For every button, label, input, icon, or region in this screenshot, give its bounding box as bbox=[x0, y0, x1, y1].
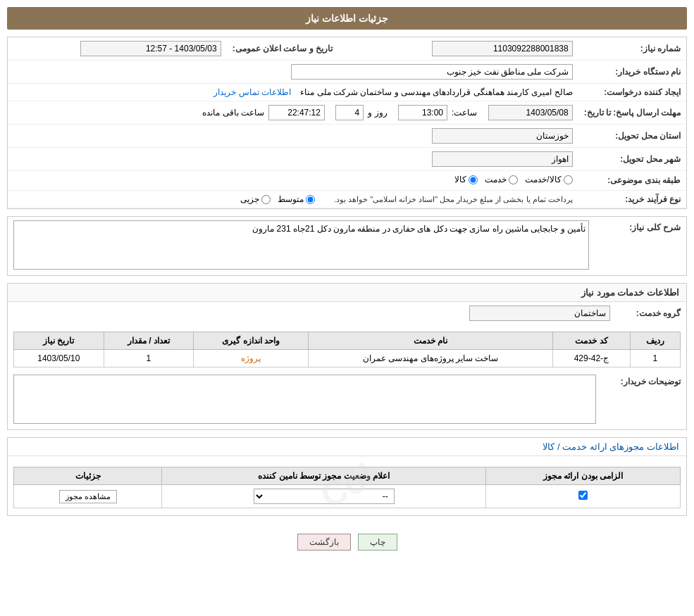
col-header-qty: تعداد / مقدار bbox=[104, 332, 193, 350]
deadline-label: مهلت ارسال پاسخ: تا تاریخ: bbox=[578, 101, 686, 125]
creator-label: ایجاد کننده درخواست: bbox=[578, 84, 686, 101]
cell-date-1: 1403/05/10 bbox=[14, 350, 104, 367]
announce-date-label: تاریخ و ساعت اعلان عمومی: bbox=[227, 37, 338, 61]
cell-code-1: ج-42-429 bbox=[552, 350, 630, 367]
buyer-desc-label: توضیحات خریدار: bbox=[602, 371, 686, 429]
radio-service[interactable] bbox=[509, 175, 518, 184]
license-section: اطلاعات مجوزهای ارائه خدمت / کالا Col ال… bbox=[7, 437, 687, 516]
service-table-container: ردیف کد خدمت نام خدمت واحد اندازه گیری ت… bbox=[8, 325, 686, 371]
radio-medium-label: متوسط bbox=[278, 194, 304, 204]
radio-kala[interactable] bbox=[469, 175, 478, 184]
view-license-button[interactable]: مشاهده مجوز bbox=[59, 490, 117, 503]
buyer-desc-table: توضیحات خریدار: bbox=[8, 371, 686, 429]
purchase-type-options: پرداخت تمام یا بخشی از مبلغ خریدار محل "… bbox=[8, 190, 578, 208]
print-button[interactable]: چاپ bbox=[358, 534, 397, 551]
radio-service-label: خدمت bbox=[485, 175, 507, 184]
org-name-value bbox=[8, 61, 578, 84]
license-data-table: الزامی بودن ارائه مجوز اعلام وضعیت مجوز … bbox=[13, 467, 681, 508]
page-header: جزئیات اطلاعات نیاز bbox=[7, 7, 687, 30]
service-data-table: ردیف کد خدمت نام خدمت واحد اندازه گیری ت… bbox=[13, 332, 681, 367]
radio-partial[interactable] bbox=[261, 195, 271, 204]
license-required-checkbox[interactable] bbox=[578, 491, 588, 500]
license-col-required: الزامی بودن ارائه مجوز bbox=[486, 467, 681, 485]
general-desc-label: شرح کلی نیاز: bbox=[595, 217, 686, 275]
buyer-desc-value bbox=[8, 371, 602, 429]
col-header-name: نام خدمت bbox=[309, 332, 553, 350]
category-radio-kala[interactable]: کالا bbox=[454, 175, 478, 184]
service-group-input[interactable] bbox=[469, 306, 610, 321]
radio-kala-service[interactable] bbox=[564, 175, 573, 184]
deadline-time-label: ساعت: bbox=[452, 108, 477, 118]
unit-link-1[interactable]: پروژه bbox=[241, 353, 261, 363]
purchase-radio-group: پرداخت تمام یا بخشی از مبلغ خریدار محل "… bbox=[240, 194, 572, 204]
deadline-days-input[interactable] bbox=[335, 105, 364, 120]
license-status-select[interactable]: -- bbox=[254, 489, 395, 504]
radio-kala-label: کالا bbox=[454, 175, 466, 184]
category-options: کالا/خدمت خدمت کالا bbox=[8, 171, 578, 191]
page-wrapper: جزئیات اطلاعات نیاز شماره نیاز: تاریخ و … bbox=[0, 0, 694, 616]
city-value bbox=[8, 148, 578, 171]
buyer-desc-textarea[interactable] bbox=[13, 375, 596, 424]
general-desc-section: شرح کلی نیاز: تأمین و جابجایی ماشین راه … bbox=[7, 216, 687, 276]
main-info-section: شماره نیاز: تاریخ و ساعت اعلان عمومی: نا… bbox=[7, 37, 687, 209]
announce-date-input[interactable] bbox=[80, 41, 221, 56]
category-label: طبقه بندی موضوعی: bbox=[578, 171, 686, 191]
needle-number-label: شماره نیاز: bbox=[578, 37, 686, 61]
general-desc-textarea[interactable]: تأمین و جابجایی ماشین راه سازی جهت دکل ه… bbox=[13, 220, 589, 270]
cell-qty-1: 1 bbox=[104, 350, 193, 367]
license-details-cell: مشاهده مجوز bbox=[14, 485, 162, 508]
service-group-value bbox=[8, 302, 616, 325]
radio-partial-label: جزیی bbox=[240, 194, 259, 204]
back-button[interactable]: بازگشت bbox=[297, 534, 351, 551]
license-table-area: Col الزامی بودن ارائه مجوز اعلام وضعیت م… bbox=[8, 456, 686, 515]
purchase-type-label: نوع فرآیند خرید: bbox=[578, 190, 686, 208]
category-radio-group: کالا/خدمت خدمت کالا bbox=[454, 175, 572, 184]
license-row: -- مشاهده مجوز bbox=[14, 485, 681, 508]
radio-kala-service-label: کالا/خدمت bbox=[525, 175, 561, 184]
category-radio-service[interactable]: خدمت bbox=[485, 175, 518, 184]
service-info-section: اطلاعات خدمات مورد نیاز گروه خدمت: ردیف … bbox=[7, 283, 687, 430]
province-label: استان محل تحویل: bbox=[578, 125, 686, 148]
col-header-row: ردیف bbox=[630, 332, 680, 350]
deadline-remain-input[interactable] bbox=[268, 105, 325, 120]
license-col-details: جزئیات bbox=[14, 467, 162, 485]
creator-value: صالح امیری کارمند هماهنگی قراردادهای مهن… bbox=[8, 84, 578, 101]
needle-number-input[interactable] bbox=[432, 41, 573, 56]
service-info-title: اطلاعات خدمات مورد نیاز bbox=[8, 284, 686, 302]
category-radio-kala-service[interactable]: کالا/خدمت bbox=[525, 175, 572, 184]
service-group-table: گروه خدمت: bbox=[8, 302, 686, 325]
cell-row-1: 1 bbox=[630, 350, 680, 367]
org-name-label: نام دستگاه خریدار: bbox=[578, 61, 686, 84]
col-header-unit: واحد اندازه گیری bbox=[194, 332, 309, 350]
deadline-date-input[interactable] bbox=[488, 105, 573, 120]
info-table-header: شماره نیاز: تاریخ و ساعت اعلان عمومی: نا… bbox=[8, 37, 686, 208]
license-required-cell bbox=[486, 485, 681, 508]
col-header-date: تاریخ نیاز bbox=[14, 332, 104, 350]
footer-buttons: چاپ بازگشت bbox=[7, 523, 687, 561]
purchase-radio-medium[interactable]: متوسط bbox=[278, 194, 315, 204]
license-col-status: اعلام وضعیت مجوز توسط نامین کننده bbox=[162, 467, 486, 485]
col-header-code: کد خدمت bbox=[552, 332, 630, 350]
general-desc-table: شرح کلی نیاز: تأمین و جابجایی ماشین راه … bbox=[8, 217, 686, 275]
general-desc-value: تأمین و جابجایی ماشین راه سازی جهت دکل ه… bbox=[8, 217, 595, 275]
needle-number-value bbox=[359, 37, 578, 61]
radio-medium[interactable] bbox=[306, 195, 315, 204]
license-status-cell: -- bbox=[162, 485, 486, 508]
deadline-days-label: روز و bbox=[368, 108, 387, 118]
service-group-label: گروه خدمت: bbox=[616, 302, 686, 325]
creator-text: صالح امیری کارمند هماهنگی قراردادهای مهن… bbox=[300, 87, 572, 97]
city-input[interactable] bbox=[432, 151, 573, 167]
city-label: شهر محل تحویل: bbox=[578, 148, 686, 171]
cell-name-1: ساخت سایر پروژه‌های مهندسی عمران bbox=[309, 350, 553, 367]
announce-date-value bbox=[8, 37, 227, 61]
purchase-notice: پرداخت تمام یا بخشی از مبلغ خریدار محل "… bbox=[334, 195, 573, 204]
purchase-radio-partial[interactable]: جزیی bbox=[240, 194, 271, 204]
creator-contact-link[interactable]: اطلاعات تماس خریدار bbox=[213, 87, 291, 97]
page-title: جزئیات اطلاعات نیاز bbox=[306, 13, 388, 24]
license-section-title: اطلاعات مجوزهای ارائه خدمت / کالا bbox=[8, 438, 686, 456]
deadline-time-input[interactable] bbox=[398, 105, 447, 120]
province-input[interactable] bbox=[432, 128, 573, 144]
province-value bbox=[8, 125, 578, 148]
org-name-input[interactable] bbox=[291, 64, 573, 80]
deadline-remain-label: ساعت باقی مانده bbox=[202, 108, 264, 118]
